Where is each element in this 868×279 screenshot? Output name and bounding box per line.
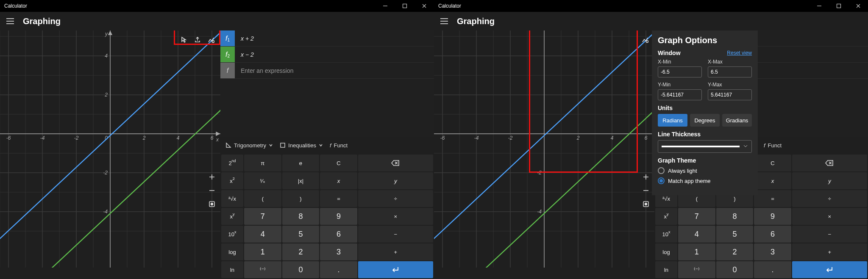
function-row-1[interactable]: f1 x + 2: [220, 30, 434, 47]
key-negate[interactable]: ⁽⁻⁾: [244, 261, 281, 278]
inequalities-dropdown[interactable]: Inequalities: [277, 142, 326, 149]
key-2[interactable]: 2: [716, 243, 754, 260]
key-var-x[interactable]: x: [754, 172, 791, 189]
key-enter[interactable]: [358, 261, 433, 278]
hamburger-menu-button[interactable]: [437, 14, 451, 28]
zoom-out-button[interactable]: [639, 184, 653, 197]
key-x-squared[interactable]: x2: [221, 172, 243, 189]
key-multiply[interactable]: ×: [358, 208, 433, 225]
units-radians-button[interactable]: Radians: [658, 114, 687, 127]
key-0[interactable]: 0: [716, 261, 754, 278]
key-rparen[interactable]: ): [282, 190, 320, 207]
key-add[interactable]: +: [792, 243, 867, 260]
key-equals-symbol[interactable]: =: [754, 190, 791, 207]
key-ten-pow-x[interactable]: 10x: [655, 226, 677, 243]
key-log[interactable]: log: [655, 243, 677, 260]
hamburger-menu-button[interactable]: [3, 14, 17, 28]
key-3[interactable]: 3: [754, 243, 791, 260]
key-7[interactable]: 7: [678, 208, 715, 225]
zoom-out-button[interactable]: [205, 184, 219, 197]
function-row-add[interactable]: f Enter an expression: [220, 63, 434, 79]
ymin-input[interactable]: [658, 89, 702, 100]
theme-match-app-radio[interactable]: Match app theme: [658, 177, 752, 184]
key-x-pow-y[interactable]: xy: [655, 208, 677, 225]
key-backspace[interactable]: [792, 155, 867, 171]
functions-dropdown[interactable]: f Funct: [327, 142, 350, 149]
key-decimal[interactable]: .: [320, 261, 357, 278]
function-expression-2[interactable]: x − 2: [235, 51, 254, 58]
key-negate[interactable]: ⁽⁻⁾: [678, 261, 715, 278]
maximize-button[interactable]: [395, 0, 415, 12]
ymax-input[interactable]: [708, 89, 752, 100]
key-4[interactable]: 4: [244, 226, 281, 243]
key-add[interactable]: +: [358, 243, 433, 260]
reset-view-button[interactable]: [639, 197, 653, 211]
key-enter[interactable]: [792, 261, 867, 278]
zoom-in-button[interactable]: [639, 170, 653, 184]
key-9[interactable]: 9: [754, 208, 791, 225]
key-subtract[interactable]: −: [792, 226, 867, 243]
svg-text:-6: -6: [6, 135, 11, 141]
xmin-input[interactable]: [658, 66, 702, 77]
key-1[interactable]: 1: [678, 243, 715, 260]
key-abs[interactable]: |x|: [282, 172, 320, 189]
key-decimal[interactable]: .: [754, 261, 791, 278]
key-reciprocal[interactable]: ¹⁄ₓ: [244, 172, 281, 189]
key-2[interactable]: 2: [282, 243, 320, 260]
trigonometry-dropdown[interactable]: Trigonometry: [223, 142, 275, 149]
key-ten-pow-x[interactable]: 10x: [221, 226, 243, 243]
reset-view-button[interactable]: [205, 197, 219, 211]
key-7[interactable]: 7: [244, 208, 281, 225]
key-pi[interactable]: π: [244, 155, 281, 171]
key-ln[interactable]: ln: [655, 261, 677, 278]
maximize-button[interactable]: [829, 0, 849, 12]
key-9[interactable]: 9: [320, 208, 357, 225]
key-divide[interactable]: ÷: [792, 190, 867, 207]
key-multiply[interactable]: ×: [792, 208, 867, 225]
key-backspace[interactable]: [358, 155, 433, 171]
key-ln[interactable]: ln: [221, 261, 243, 278]
functions-dropdown[interactable]: f Funct: [761, 142, 784, 149]
key-3[interactable]: 3: [320, 243, 357, 260]
line-thickness-dropdown[interactable]: [658, 140, 752, 153]
xmax-input[interactable]: [708, 66, 752, 77]
key-second[interactable]: 2nd: [221, 155, 243, 171]
key-1[interactable]: 1: [244, 243, 281, 260]
key-subtract[interactable]: −: [358, 226, 433, 243]
function-expression-1[interactable]: x + 2: [235, 35, 254, 42]
key-sqrt[interactable]: ²√x: [221, 190, 243, 207]
units-gradians-button[interactable]: Gradians: [722, 114, 752, 127]
close-button[interactable]: [849, 0, 868, 12]
key-0[interactable]: 0: [282, 261, 320, 278]
key-e[interactable]: e: [282, 155, 320, 171]
key-divide[interactable]: ÷: [358, 190, 433, 207]
function-expression-placeholder[interactable]: Enter an expression: [235, 67, 294, 74]
key-8[interactable]: 8: [716, 208, 754, 225]
reset-view-link[interactable]: Reset view: [727, 50, 752, 56]
titlebar: Calculator: [434, 0, 868, 12]
graph-pane[interactable]: -6 -4 -2 0 2 4 6 -4 -2 2 4 y x: [0, 30, 220, 279]
key-6[interactable]: 6: [754, 226, 791, 243]
key-var-y[interactable]: y: [358, 172, 433, 189]
minimize-button[interactable]: [376, 0, 395, 12]
key-x-pow-y[interactable]: xy: [221, 208, 243, 225]
key-lparen[interactable]: (: [244, 190, 281, 207]
key-5[interactable]: 5: [282, 226, 320, 243]
function-row-2[interactable]: f2 x − 2: [220, 47, 434, 63]
key-equals-symbol[interactable]: =: [320, 190, 357, 207]
key-8[interactable]: 8: [282, 208, 320, 225]
key-6[interactable]: 6: [320, 226, 357, 243]
key-clear[interactable]: C: [320, 155, 357, 171]
zoom-in-button[interactable]: [205, 170, 219, 184]
units-degrees-button[interactable]: Degrees: [690, 114, 720, 127]
graph-options-button[interactable]: [638, 33, 652, 47]
key-4[interactable]: 4: [678, 226, 715, 243]
close-button[interactable]: [415, 0, 434, 12]
key-5[interactable]: 5: [716, 226, 754, 243]
key-var-x[interactable]: x: [320, 172, 357, 189]
theme-always-light-radio[interactable]: Always light: [658, 167, 752, 174]
key-log[interactable]: log: [221, 243, 243, 260]
key-clear[interactable]: C: [754, 155, 791, 171]
minimize-button[interactable]: [810, 0, 829, 12]
key-var-y[interactable]: y: [792, 172, 867, 189]
